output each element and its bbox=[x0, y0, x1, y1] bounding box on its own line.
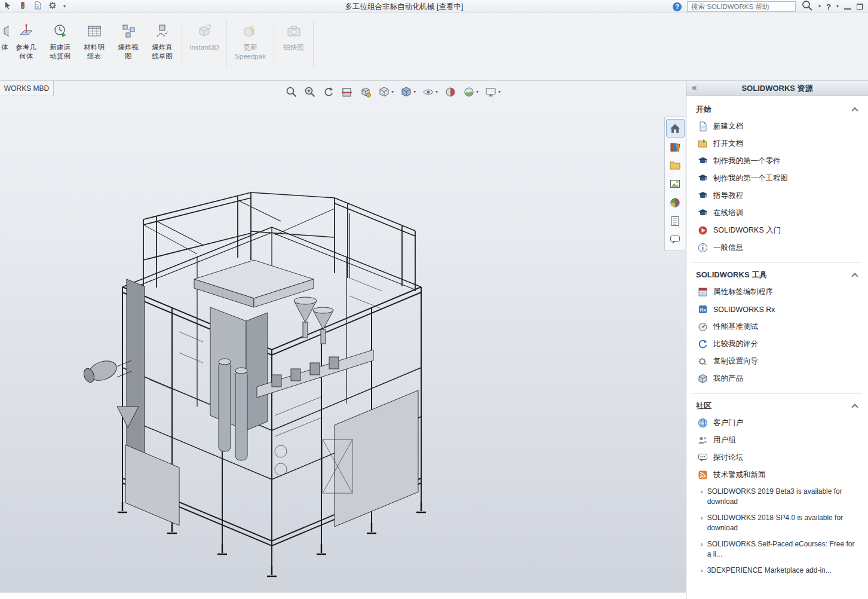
taskpane-header: « SOLIDWORKS 资源 bbox=[686, 81, 868, 96]
status-lights-icon[interactable] bbox=[19, 1, 27, 12]
zoom-to-fit-icon[interactable] bbox=[284, 85, 299, 99]
taskpane-item-performance-benchmark[interactable]: 性能基准测试 bbox=[686, 318, 868, 335]
taskpane-item-copy-settings-wizard[interactable]: 复制设置向导 bbox=[686, 353, 868, 370]
getting-started-icon bbox=[698, 225, 708, 236]
section-chevron-icon[interactable] bbox=[851, 273, 858, 279]
ribbon-button-new-motion-study[interactable]: 新建运 动算例 bbox=[43, 18, 77, 73]
graphics-viewport[interactable]: WORKS MBD ▾ ▾ bbox=[0, 81, 686, 599]
svg-text:Rx: Rx bbox=[700, 307, 706, 313]
my-products-icon bbox=[698, 374, 708, 384]
news-bullet-icon: › bbox=[701, 487, 703, 507]
section-view-icon[interactable] bbox=[340, 85, 354, 99]
tutorial-cap-icon bbox=[698, 156, 708, 166]
taskpane-item-customer-portal[interactable]: 客户门户 bbox=[686, 414, 868, 432]
minimize-icon[interactable] bbox=[844, 4, 851, 10]
taskpane-item-label: 制作我的第一个零件 bbox=[713, 156, 781, 166]
ribbon-button-instant3d[interactable]: Instant3D bbox=[185, 18, 224, 73]
ribbon-button-bill-of-materials[interactable]: 材料明 细表 bbox=[77, 18, 111, 73]
explode-line-sketch-icon bbox=[154, 23, 171, 39]
help-search-box[interactable] bbox=[687, 1, 796, 12]
news-link[interactable]: › SOLIDWORKS Self-Paced eCourses: Free f… bbox=[686, 536, 868, 563]
settings-gear-icon[interactable] bbox=[48, 1, 57, 12]
user-groups-icon bbox=[698, 435, 708, 445]
tab-view-palette[interactable] bbox=[667, 175, 684, 192]
property-tab-builder-icon bbox=[698, 287, 708, 297]
quick-access-toolbar: ▾ bbox=[4, 0, 66, 13]
tab-solidworks-resources[interactable] bbox=[667, 120, 684, 137]
news-link-text: SOLIDWORKS 2019 Beta3 is available for d… bbox=[707, 487, 860, 507]
taskpane-item-label: 用户组 bbox=[713, 435, 736, 445]
customer-portal-icon bbox=[698, 418, 708, 428]
taskpane-item-property-tab-builder[interactable]: 属性标签编制程序 bbox=[686, 283, 868, 301]
quick-access-caret-icon[interactable]: ▾ bbox=[63, 4, 66, 9]
taskpane-item-solidworks-rx[interactable]: Rx SOLIDWORKS Rx bbox=[686, 301, 868, 318]
tab-appearances-scenes[interactable] bbox=[667, 194, 684, 211]
taskpane-item-new-document[interactable]: 新建文档 bbox=[686, 118, 868, 135]
taskpane-item-compare-scores[interactable]: 比较我的评分 bbox=[686, 335, 868, 353]
help-circle-icon[interactable]: ? bbox=[673, 2, 682, 11]
ribbon-button-update-speedpak[interactable]: 更新 Speedpak bbox=[229, 18, 271, 73]
taskpane-item-my-products[interactable]: 我的产品 bbox=[686, 370, 868, 387]
taskpane-item-tech-alerts-news[interactable]: 技术警戒和新闻 bbox=[686, 466, 868, 484]
help-caret-icon[interactable]: ▾ bbox=[836, 4, 839, 9]
dropdown-caret-icon[interactable]: ▾ bbox=[498, 90, 501, 94]
dropdown-caret-icon[interactable]: ▾ bbox=[476, 90, 479, 94]
news-link[interactable]: › 3DEXPERIENCE Marketplace add-in... bbox=[686, 563, 868, 579]
assembly-model-3d[interactable] bbox=[0, 81, 686, 599]
taskpane-item-open-document[interactable]: 打开文档 bbox=[686, 135, 868, 152]
dropdown-caret-icon[interactable]: ▾ bbox=[435, 90, 438, 94]
edit-appearance-icon[interactable] bbox=[443, 85, 458, 99]
document-icon[interactable] bbox=[33, 1, 42, 12]
ribbon-button-label: 新建运 动算例 bbox=[50, 43, 70, 61]
dropdown-caret-icon[interactable]: ▾ bbox=[413, 90, 416, 94]
news-bullet-icon: › bbox=[701, 513, 703, 533]
search-icon[interactable] bbox=[801, 0, 813, 14]
snapshot-camera-icon bbox=[286, 23, 302, 39]
section-header-tools[interactable]: SOLIDWORKS 工具 bbox=[686, 264, 868, 283]
ribbon-button-reference-geometry[interactable]: 参考几 何体 bbox=[9, 18, 43, 73]
news-link[interactable]: › SOLIDWORKS 2019 Beta3 is available for… bbox=[686, 484, 868, 510]
ribbon-button-exploded-view[interactable]: 爆炸视 图 bbox=[111, 18, 145, 73]
section-chevron-icon[interactable] bbox=[851, 107, 858, 114]
taskpane-item-label: 技术警戒和新闻 bbox=[713, 470, 766, 480]
taskpane-item-first-drawing[interactable]: 制作我的第一个工程图 bbox=[686, 170, 868, 187]
tab-design-library[interactable] bbox=[667, 138, 684, 155]
rss-icon bbox=[698, 470, 708, 480]
motion-study-icon bbox=[52, 23, 69, 39]
tab-solidworks-forum[interactable] bbox=[667, 231, 684, 248]
taskpane-item-first-part[interactable]: 制作我的第一个零件 bbox=[686, 152, 868, 170]
taskpane-item-tutorials[interactable]: 指导教程 bbox=[686, 187, 868, 204]
previous-view-icon[interactable] bbox=[321, 85, 336, 99]
annotation-view-icon[interactable] bbox=[358, 85, 373, 99]
restore-icon[interactable] bbox=[857, 4, 863, 10]
ribbon-button-explode-line-sketch[interactable]: 爆炸直 线草图 bbox=[145, 18, 179, 73]
tab-file-explorer[interactable] bbox=[667, 157, 684, 174]
section-header-start[interactable]: 开始 bbox=[686, 99, 868, 118]
taskpane-item-getting-started[interactable]: SOLIDWORKS 入门 bbox=[686, 222, 868, 239]
dropdown-caret-icon[interactable]: ▾ bbox=[391, 90, 394, 94]
view-orientation-icon[interactable]: ▾ bbox=[377, 85, 395, 99]
tab-custom-properties[interactable] bbox=[667, 212, 684, 230]
section-header-community[interactable]: 社区 bbox=[686, 395, 868, 414]
ribbon-button-clipped[interactable]: 体 bbox=[0, 18, 9, 73]
section-chevron-icon[interactable] bbox=[851, 404, 858, 410]
ribbon-button-label: 更新 Speedpak bbox=[235, 43, 266, 61]
hide-show-items-icon[interactable]: ▾ bbox=[421, 85, 439, 99]
taskpane-item-user-groups[interactable]: 用户组 bbox=[686, 432, 868, 449]
apply-scene-icon[interactable]: ▾ bbox=[462, 85, 480, 99]
help-search-input[interactable] bbox=[690, 2, 793, 11]
news-link[interactable]: › SOLIDWORKS 2018 SP4.0 is available for… bbox=[686, 510, 868, 536]
view-settings-icon[interactable]: ▾ bbox=[484, 85, 502, 99]
help-menu[interactable]: ? bbox=[826, 2, 831, 11]
zoom-to-area-icon[interactable] bbox=[303, 85, 317, 99]
search-caret-icon[interactable]: ▾ bbox=[818, 4, 821, 9]
display-style-icon[interactable]: ▾ bbox=[399, 85, 417, 99]
taskpane-item-online-training[interactable]: 在线培训 bbox=[686, 204, 868, 222]
taskpane-item-general-info[interactable]: 一般信息 bbox=[686, 239, 868, 256]
ribbon-button-take-snapshot[interactable]: 拍快照 bbox=[277, 18, 311, 73]
taskpane-item-discussion-forum[interactable]: 探讨论坛 bbox=[686, 449, 868, 466]
tab-solidworks-mbd[interactable]: WORKS MBD bbox=[0, 81, 54, 96]
app-cursor-icon[interactable] bbox=[4, 1, 12, 12]
collapse-chevron-icon[interactable]: « bbox=[692, 82, 697, 92]
ribbon-button-label: 拍快照 bbox=[283, 43, 304, 52]
